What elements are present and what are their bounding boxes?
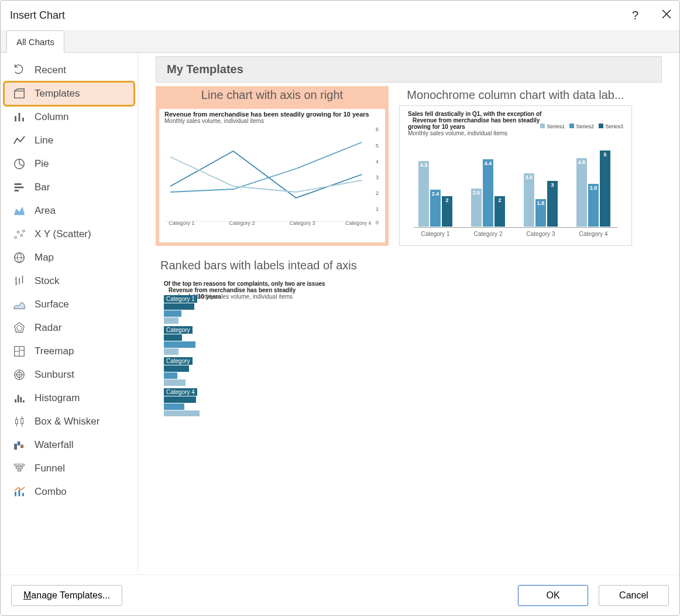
thumb-line-chart: 6 5 4 3 2 1 0 Category 1 Category 2 Cate…: [164, 128, 380, 227]
bar-icon: [12, 180, 26, 194]
pie-icon: [12, 157, 26, 171]
sidebar-item-label: Pie: [35, 158, 49, 170]
thumb-subheading: Monthly sales volume, individual items: [193, 293, 293, 300]
radar-icon: [12, 321, 26, 335]
sidebar-item-waterfall[interactable]: Waterfall: [4, 433, 134, 457]
sidebar-item-boxwhisker[interactable]: Box & Whisker: [4, 410, 134, 433]
sidebar-item-column[interactable]: Column: [4, 105, 134, 129]
dialog-footer: Manage Templates... OK Cancel: [1, 574, 679, 615]
line-icon: [12, 134, 26, 148]
tab-all-charts[interactable]: All Charts: [6, 30, 64, 53]
sidebar-item-label: X Y (Scatter): [35, 228, 91, 240]
sidebar-item-bar[interactable]: Bar: [4, 176, 134, 199]
thumb-ranked-chart: Category 1 Category Category: [164, 295, 380, 416]
sidebar-item-combo[interactable]: Combo: [4, 480, 134, 504]
thumb-heading: Sales fell drastically in Q1, with the e…: [408, 111, 623, 117]
combo-icon: [12, 485, 26, 499]
svg-rect-43: [15, 464, 25, 466]
ytick: 1: [376, 206, 379, 212]
template-title: Ranked bars with labels intead of axis: [156, 256, 389, 276]
bar-label: Category 1: [164, 295, 197, 303]
xcat: Category 1: [169, 220, 194, 226]
ytick: 3: [376, 174, 379, 180]
bar-label: Category: [164, 357, 193, 365]
sidebar-item-stock[interactable]: Stock: [4, 269, 134, 293]
xcat: Category 2: [229, 220, 255, 226]
data-label: 2.4: [432, 191, 439, 197]
thumb-heading3: growing for 10 years: [408, 124, 465, 130]
sidebar-item-area[interactable]: Area: [4, 199, 134, 223]
template-thumb-column: Sales fell drastically in Q1, with the e…: [399, 105, 632, 246]
funnel-icon: [12, 461, 26, 475]
sidebar-item-label: Surface: [35, 299, 69, 310]
thumb-heading2: Revenue from merchandise has been steadi…: [408, 117, 623, 124]
sidebar-item-scatter[interactable]: X Y (Scatter): [4, 223, 134, 246]
scatter-icon: [12, 227, 26, 241]
thumb-heading: Of the top ten reasons for complaints, o…: [164, 280, 380, 287]
underline-char: M: [23, 590, 31, 600]
sidebar-item-pie[interactable]: Pie: [4, 152, 134, 176]
data-label: 2: [498, 197, 501, 203]
sidebar-item-label: Templates: [35, 88, 80, 100]
sidebar-item-recent[interactable]: Recent: [4, 59, 134, 82]
sidebar-item-label: Line: [35, 135, 53, 146]
column-icon: [12, 110, 26, 124]
sidebar-item-line[interactable]: Line: [4, 129, 134, 152]
sidebar-item-label: Bar: [35, 182, 50, 193]
xcat: Category 4: [345, 220, 371, 226]
svg-rect-45: [18, 470, 21, 471]
template-card-column[interactable]: Monochrome column chart with data lab...…: [399, 86, 632, 246]
svg-marker-21: [16, 325, 22, 330]
area-icon: [12, 204, 26, 218]
data-label: 4.4: [485, 160, 492, 166]
templates-grid: Line chart with axis on right Revenue fr…: [156, 86, 662, 416]
chart-type-sidebar: Recent Templates Column Line Pie Bar Are…: [1, 53, 138, 571]
sidebar-item-label: Sunburst: [35, 369, 74, 381]
svg-rect-42: [21, 445, 23, 448]
sidebar-item-label: Radar: [35, 322, 61, 334]
boxwhisker-icon: [12, 415, 26, 429]
sidebar-item-treemap[interactable]: Treemap: [4, 340, 134, 363]
sidebar-item-funnel[interactable]: Funnel: [4, 457, 134, 480]
xcat: Category 1: [416, 231, 455, 237]
sidebar-item-label: Area: [35, 205, 56, 217]
ok-button[interactable]: OK: [518, 585, 588, 606]
manage-templates-button[interactable]: Manage Templates...: [11, 585, 122, 606]
data-label: 2.5: [473, 190, 480, 196]
dialog-title: Insert Chart: [10, 9, 65, 22]
sidebar-item-map[interactable]: Map: [4, 246, 134, 269]
data-label: 3: [551, 182, 554, 188]
sidebar-item-label: Stock: [35, 275, 60, 287]
template-card-line[interactable]: Line chart with axis on right Revenue fr…: [156, 86, 389, 246]
template-thumb-rankedbars: Of the top ten reasons for complaints, o…: [156, 276, 389, 416]
template-title: Line chart with axis on right: [156, 86, 389, 105]
data-label: 1.8: [537, 200, 545, 206]
sunburst-icon: [12, 368, 26, 382]
treemap-icon: [12, 344, 26, 358]
dialog-titlebar: Insert Chart ?: [1, 1, 679, 30]
xcat: Category 3: [521, 231, 560, 237]
ytick: 0: [376, 220, 379, 225]
legend-label: Series2: [576, 124, 594, 129]
xcat: Category 2: [469, 231, 507, 237]
svg-rect-41: [18, 442, 20, 446]
data-label: 2: [445, 197, 448, 203]
svg-point-12: [20, 234, 23, 237]
template-card-rankedbars[interactable]: Ranked bars with labels intead of axis O…: [156, 256, 389, 416]
sidebar-item-radar[interactable]: Radar: [4, 316, 134, 340]
close-button[interactable]: [661, 8, 672, 23]
sidebar-item-sunburst[interactable]: Sunburst: [4, 363, 134, 386]
sidebar-item-label: Box & Whisker: [35, 416, 99, 427]
manage-label-rest: anage Templates...: [31, 590, 110, 600]
cancel-button[interactable]: Cancel: [599, 585, 669, 606]
svg-point-11: [17, 231, 19, 234]
data-label: 4.3: [420, 162, 428, 168]
sidebar-item-templates[interactable]: Templates: [4, 82, 134, 105]
ytick: 6: [376, 126, 379, 132]
help-button[interactable]: ?: [632, 9, 638, 22]
svg-point-10: [15, 237, 17, 239]
main-header: My Templates: [156, 56, 662, 83]
sidebar-item-surface[interactable]: Surface: [4, 293, 134, 316]
main-panel: My Templates Line chart with axis on rig…: [138, 53, 679, 571]
sidebar-item-histogram[interactable]: Histogram: [4, 386, 134, 410]
